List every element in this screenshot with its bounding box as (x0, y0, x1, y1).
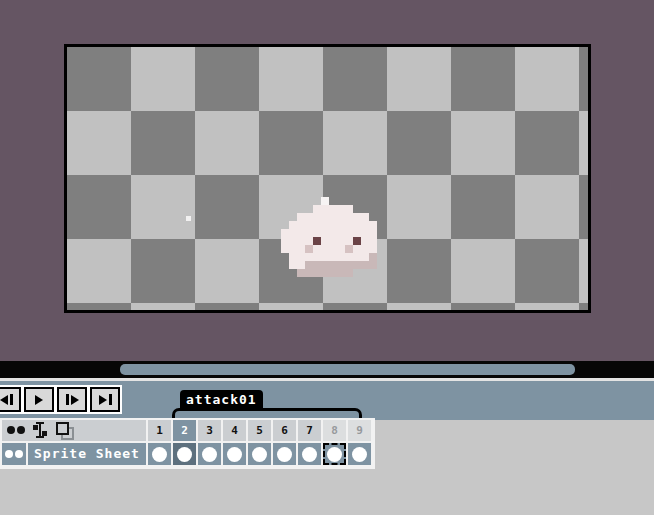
sprite-pixel (329, 261, 337, 269)
onion-skin-dots-icon[interactable] (7, 426, 25, 434)
sprite-pixel (313, 253, 321, 261)
frame-header-5[interactable]: 5 (248, 420, 271, 441)
sprite-pixel (305, 237, 313, 245)
sprite-pixel (305, 221, 313, 229)
sprite-pixel (361, 213, 369, 221)
bar-icon (10, 394, 13, 405)
play-button[interactable] (24, 387, 54, 412)
sprite-pixel (305, 213, 313, 221)
sprite-pixel (305, 269, 313, 277)
layer-visibility-toggle[interactable] (2, 443, 26, 465)
sprite-pixel (345, 269, 353, 277)
sprite-pixel (329, 221, 337, 229)
sprite-pixel (337, 245, 345, 253)
frame-header-3[interactable]: 3 (198, 420, 221, 441)
cel-content-dot (202, 447, 217, 462)
sprite-pixel (337, 221, 345, 229)
timeline-header-leftbox (2, 420, 146, 441)
sprite-pixel (353, 221, 361, 229)
sprite-pixel (313, 205, 321, 213)
sprite-pixel (297, 221, 305, 229)
sprite-pixel (329, 213, 337, 221)
tri-right-icon (71, 395, 79, 405)
cel-frame-9[interactable] (348, 443, 371, 465)
cel-frame-2[interactable] (173, 443, 196, 465)
cel-content-dot (327, 447, 342, 462)
sprite-pixel (305, 229, 313, 237)
cel-frame-7[interactable] (298, 443, 321, 465)
sprite-pixel (297, 261, 305, 269)
sprite-pixel (353, 245, 361, 253)
sprite-pixel (297, 229, 305, 237)
sprite-pixel (297, 237, 305, 245)
sprite-pixel (361, 221, 369, 229)
sprite-pixel (313, 213, 321, 221)
sprite-pixel (353, 253, 361, 261)
eye-dot-icon (15, 450, 23, 458)
sprite-pixel (369, 221, 377, 229)
sprite-pixel (345, 237, 353, 245)
sprite-pixel (329, 229, 337, 237)
tri-right-icon (99, 395, 107, 405)
frame-header-8[interactable]: 8 (323, 420, 346, 441)
horizontal-scrollbar-track[interactable] (0, 361, 654, 378)
sprite-pixel (305, 261, 313, 269)
sprite-pixel (305, 245, 313, 253)
frame-header-9[interactable]: 9 (348, 420, 371, 441)
cel-frame-4[interactable] (223, 443, 246, 465)
go-to-first-frame-button[interactable] (0, 387, 21, 412)
bar-icon (66, 394, 69, 405)
timeline-settings-icon[interactable] (32, 422, 48, 438)
sprite-pixel (289, 253, 297, 261)
sprite-pixel (321, 261, 329, 269)
sprite-pixel (297, 245, 305, 253)
sprite-pixel (361, 253, 369, 261)
frame-header-7[interactable]: 7 (298, 420, 321, 441)
sprite-pixel (345, 213, 353, 221)
sprite-pixel (353, 213, 361, 221)
dot-icon (17, 426, 25, 434)
sprite-pixel (361, 245, 369, 253)
sprite-pixel (337, 261, 345, 269)
sprite-pixel (289, 221, 297, 229)
sprite-pixel (289, 261, 297, 269)
cel-content-dot (277, 447, 292, 462)
stray-pixel (186, 216, 191, 221)
sprite-pixel (337, 229, 345, 237)
sprite-pixel (369, 253, 377, 261)
frame-header-1[interactable]: 1 (148, 420, 171, 441)
sprite-pixel (353, 229, 361, 237)
cel-frame-5[interactable] (248, 443, 271, 465)
sprite-pixel (321, 253, 329, 261)
bar-icon (109, 394, 112, 405)
frame-header-4[interactable]: 4 (223, 420, 246, 441)
sprite-pixel (289, 245, 297, 253)
animation-tag[interactable]: attack01 (180, 390, 263, 409)
tri-right-icon (35, 395, 43, 405)
sprite-editor-window: attack01 123456789 (0, 0, 654, 515)
go-to-last-frame-button[interactable] (90, 387, 120, 412)
cel-frame-3[interactable] (198, 443, 221, 465)
cel-content-dot (252, 447, 267, 462)
playback-controls (0, 387, 120, 412)
overlapping-frames-icon[interactable] (56, 422, 72, 438)
sprite-pixel (337, 213, 345, 221)
cel-frame-1[interactable] (148, 443, 171, 465)
sprite-pixel (345, 245, 353, 253)
cel-frame-8[interactable] (323, 443, 346, 465)
sprite-canvas[interactable] (64, 44, 591, 313)
horizontal-scrollbar-thumb[interactable] (120, 364, 575, 375)
sprite-pixel (337, 253, 345, 261)
sprite-pixel (329, 237, 337, 245)
step-forward-button[interactable] (57, 387, 87, 412)
sprite-pixel (369, 229, 377, 237)
sprite-pixel (297, 213, 305, 221)
frame-header-2[interactable]: 2 (173, 420, 196, 441)
cel-content-dot (177, 447, 192, 462)
layer-name[interactable]: Sprite Sheet (28, 443, 146, 465)
sprite-pixel (313, 261, 321, 269)
cel-frame-6[interactable] (273, 443, 296, 465)
sprite-pixel (321, 237, 329, 245)
sprite-pixel (345, 261, 353, 269)
frame-header-6[interactable]: 6 (273, 420, 296, 441)
